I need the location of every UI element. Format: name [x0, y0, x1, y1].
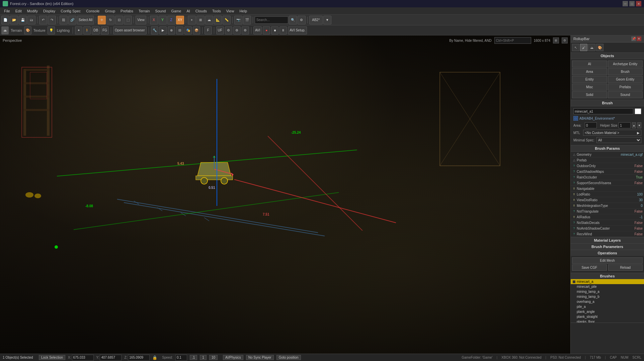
- mtl-dropdown[interactable]: <No Custom Material > ▶: [583, 130, 641, 136]
- misc-btn[interactable]: Misc: [572, 84, 607, 91]
- axis-x-btn[interactable]: X: [150, 16, 158, 24]
- menu-modify[interactable]: Modify: [24, 8, 41, 14]
- brush-mining-lamp-a[interactable]: mining_lamp_a: [571, 289, 644, 294]
- uf-btn[interactable]: UF: [216, 26, 224, 34]
- objects-header[interactable]: Objects: [571, 53, 644, 59]
- helper-up-btn[interactable]: ▲: [632, 122, 636, 128]
- brush-plank-straight[interactable]: plank_straight: [571, 314, 644, 319]
- sound-btn[interactable]: Sound: [608, 91, 643, 98]
- brush-pile-a[interactable]: pile_a: [571, 304, 644, 309]
- rb-brush-icon[interactable]: 🖌: [580, 44, 587, 51]
- lock-selection-btn[interactable]: Lock Selection: [39, 355, 65, 360]
- pause-btn[interactable]: ⏸: [279, 26, 287, 34]
- goto-position-btn[interactable]: Goto position: [276, 355, 301, 360]
- edit-mesh-btn[interactable]: Edit Mesh: [572, 257, 643, 264]
- menu-tools[interactable]: Tools: [210, 8, 224, 14]
- rotate-btn[interactable]: ↻: [106, 16, 114, 24]
- open-asset-btn[interactable]: Open asset browser: [113, 26, 147, 34]
- operations-header[interactable]: Operations: [571, 250, 644, 256]
- brush-plank-angle[interactable]: plank_angle: [571, 309, 644, 314]
- brush-params-header[interactable]: Brush Params: [571, 145, 644, 152]
- view-btn[interactable]: View: [136, 16, 146, 24]
- helper-down-btn[interactable]: ▼: [637, 122, 641, 128]
- new-btn[interactable]: 📄: [1, 16, 9, 24]
- reload-btn[interactable]: Reload: [608, 264, 643, 271]
- particles-btn[interactable]: ✦: [75, 26, 82, 34]
- search-options-btn[interactable]: ⚙: [298, 16, 306, 24]
- area-input[interactable]: [585, 122, 597, 128]
- z-coord-input[interactable]: [128, 355, 150, 361]
- snap-terrain-btn[interactable]: ⛰: [205, 16, 213, 24]
- brushes-header[interactable]: Brushes: [571, 273, 644, 279]
- open-btn[interactable]: 📂: [10, 16, 18, 24]
- menu-prefabs[interactable]: Prefabs: [118, 8, 136, 14]
- undo-btn[interactable]: ↶: [39, 16, 47, 24]
- record-btn[interactable]: ●: [263, 26, 270, 34]
- prefabs-btn[interactable]: Prefabs: [608, 84, 643, 91]
- vp-settings-btn[interactable]: ⚙: [562, 37, 568, 43]
- rope-btn[interactable]: 🔧: [151, 26, 158, 34]
- brush-parameters-header[interactable]: Brush Parameters: [571, 244, 644, 250]
- select-btn[interactable]: ⬚: [124, 16, 132, 24]
- search-viewport-input[interactable]: [494, 37, 531, 44]
- unlink-btn[interactable]: 🔗: [68, 16, 76, 24]
- menu-clouds[interactable]: Clouds: [193, 8, 210, 14]
- speed-1-btn[interactable]: 1: [200, 355, 207, 360]
- entity-btn[interactable]: Entity: [572, 76, 607, 83]
- coord-lock-icon[interactable]: 🔒: [152, 355, 157, 360]
- ai-physics-btn[interactable]: AI/Physics: [223, 355, 243, 360]
- area-btn[interactable]: Area: [572, 68, 607, 75]
- speed-0.1-btn[interactable]: .1: [190, 355, 197, 360]
- brush-minecart-pile[interactable]: minecart_pile: [571, 284, 644, 289]
- save-cgf-btn[interactable]: Save CGF: [572, 264, 607, 271]
- axis-xy-btn[interactable]: XY: [176, 16, 184, 24]
- texture-mode-btn[interactable]: 🎨: [24, 26, 31, 34]
- axis-y-btn[interactable]: Y: [159, 16, 167, 24]
- brush-name-input[interactable]: [573, 108, 633, 114]
- menu-edit[interactable]: Edit: [13, 8, 24, 14]
- move-btn[interactable]: ✛: [98, 16, 106, 24]
- measure-btn[interactable]: 📐: [214, 16, 222, 24]
- material-layers-header[interactable]: Material Layers: [571, 237, 644, 243]
- menu-terrain[interactable]: Terrain: [136, 8, 153, 14]
- camera-btn[interactable]: 📷: [234, 16, 242, 24]
- menu-ai[interactable]: AI: [184, 8, 192, 14]
- speed-10-btn[interactable]: 10: [209, 355, 218, 360]
- search-input[interactable]: [255, 16, 288, 24]
- minimize-btn[interactable]: ─: [623, 1, 628, 6]
- stop-btn[interactable]: ■: [271, 26, 278, 34]
- mat-btn[interactable]: 🎭: [184, 26, 192, 34]
- rb-terrain-icon[interactable]: ⛰: [588, 44, 595, 51]
- link-btn[interactable]: ⛓: [60, 16, 68, 24]
- scale-btn[interactable]: ⊡: [115, 16, 123, 24]
- avi-setup-btn[interactable]: AVI Setup.: [288, 26, 307, 34]
- minimal-spec-select[interactable]: All Low Medium High: [596, 137, 641, 143]
- x-coord-input[interactable]: [72, 355, 94, 361]
- menu-sound[interactable]: Sound: [153, 8, 169, 14]
- axis-z-btn[interactable]: Z: [167, 16, 175, 24]
- db-btn[interactable]: DB: [92, 26, 100, 34]
- ab2-dropdown-btn[interactable]: ▼: [323, 16, 331, 24]
- helper-input[interactable]: [619, 122, 631, 128]
- rb-material-icon[interactable]: 🎨: [596, 44, 603, 51]
- brush-mining-lamp-b[interactable]: mining_lamp_b: [571, 294, 644, 299]
- brush-btn[interactable]: Brush: [608, 68, 643, 75]
- no-sync-player-btn[interactable]: No Sync Player: [246, 355, 274, 360]
- menu-display[interactable]: Display: [41, 8, 58, 14]
- gear1-btn[interactable]: ⚙: [225, 26, 232, 34]
- snap-angle-btn[interactable]: ⌖: [188, 16, 196, 24]
- menu-view[interactable]: View: [224, 8, 237, 14]
- brush-planks-floor[interactable]: planks_floor: [571, 319, 644, 323]
- render-btn[interactable]: 🎬: [243, 16, 251, 24]
- f-btn[interactable]: F: [205, 26, 212, 34]
- rb-cursor-icon[interactable]: ↖: [572, 44, 579, 51]
- menu-group[interactable]: Group: [102, 8, 118, 14]
- save-btn[interactable]: 💾: [19, 16, 27, 24]
- menu-console[interactable]: Console: [83, 8, 102, 14]
- arch-btn[interactable]: ⊟: [176, 26, 183, 34]
- avi-btn[interactable]: AVI: [253, 26, 262, 34]
- redo-btn[interactable]: ↷: [48, 16, 56, 24]
- menu-game[interactable]: Game: [168, 8, 184, 14]
- brush-minecart-a[interactable]: minecart_a: [571, 279, 644, 284]
- scene-canvas[interactable]: -25.24 -8.08 7.51 0.51 5.43: [0, 35, 570, 354]
